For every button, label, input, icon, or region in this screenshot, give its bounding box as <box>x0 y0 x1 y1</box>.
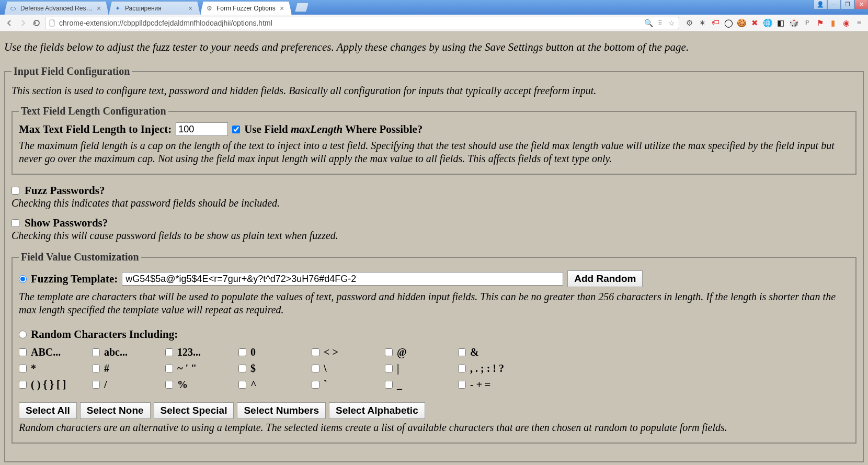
address-bar[interactable]: chrome-extension://cbpplldpcdcfejdaldmnf… <box>45 17 679 29</box>
char-label: - + = <box>470 379 490 391</box>
page-body: Use the fields below to adjust the fuzz … <box>0 31 868 465</box>
char-checkbox[interactable] <box>92 365 100 372</box>
ext-icon-1[interactable]: ✶ <box>698 18 707 28</box>
random-chars-radio[interactable] <box>19 331 27 338</box>
char-label: < > <box>324 346 338 358</box>
char-checkbox[interactable] <box>165 381 173 389</box>
legend-text-length: Text Field Length Configuration <box>19 105 168 117</box>
ext-icon-misc[interactable]: ◉ <box>841 18 851 28</box>
char-label: & <box>470 346 479 358</box>
tab-strip: ⬭ Defense Advanced Resear × ✦ Расширения… <box>0 0 868 15</box>
char-label: # <box>104 362 109 375</box>
minimize-button[interactable]: — <box>827 0 841 9</box>
ext-icon-red[interactable]: ⚑ <box>815 18 825 28</box>
char-checkbox[interactable] <box>458 365 466 372</box>
char-checkbox[interactable] <box>312 381 319 389</box>
select-alpha-button[interactable]: Select Alphabetic <box>329 402 425 419</box>
char-checkbox[interactable] <box>312 365 319 372</box>
fieldset-text-length: Text Field Length Configuration Max Text… <box>12 105 856 175</box>
gear-icon[interactable]: ⚙ <box>684 18 694 28</box>
char-cell: % <box>165 379 238 391</box>
char-checkbox[interactable] <box>385 348 393 356</box>
char-checkbox[interactable] <box>92 381 100 389</box>
fuzzing-template-input[interactable] <box>122 272 563 286</box>
reload-button[interactable] <box>31 18 42 28</box>
select-special-button[interactable]: Select Special <box>154 402 234 419</box>
add-random-button[interactable]: Add Random <box>567 270 643 287</box>
url-text: chrome-extension://cbpplldpcdcfejdaldmnf… <box>59 19 641 27</box>
close-icon[interactable]: × <box>188 5 195 12</box>
window-controls: 👤 — ❐ ✕ <box>814 0 868 9</box>
char-cell: @ <box>385 346 458 358</box>
bookmark-icon[interactable]: ☆ <box>667 19 676 27</box>
char-checkbox[interactable] <box>385 381 393 389</box>
char-cell: * <box>19 362 92 375</box>
char-checkbox[interactable] <box>458 348 466 356</box>
ext-icon-2[interactable]: 🏷 <box>711 18 720 28</box>
ext-icon-x[interactable]: ✖ <box>750 18 759 28</box>
forward-button[interactable] <box>18 18 28 28</box>
close-icon[interactable]: × <box>97 5 103 12</box>
char-checkbox[interactable] <box>19 365 27 372</box>
char-label: _ <box>397 379 402 391</box>
select-all-button[interactable]: Select All <box>19 402 77 419</box>
tab-title: Расширения <box>125 5 185 12</box>
favicon-darpa: ⬭ <box>9 4 17 13</box>
tab-form-fuzzer-options[interactable]: ⚙ Form Fuzzer Options × <box>200 1 292 15</box>
tab-extensions[interactable]: ✦ Расширения × <box>109 1 200 15</box>
ext-icon-orange[interactable]: ▮ <box>828 18 838 28</box>
ext-icon-dice[interactable]: 🎲 <box>789 18 798 28</box>
fuzzing-template-radio[interactable] <box>19 275 27 283</box>
char-label: | <box>397 362 399 375</box>
char-cell: ( ) { } [ ] <box>19 379 92 391</box>
ext-icon-cookie[interactable]: 🍪 <box>737 18 746 28</box>
close-icon[interactable]: × <box>280 5 286 12</box>
char-label: ^ <box>250 379 257 391</box>
browser-toolbar: chrome-extension://cbpplldpcdcfejdaldmnf… <box>0 15 868 31</box>
translate-icon[interactable]: ⠿ <box>656 19 664 27</box>
user-icon[interactable]: 👤 <box>814 0 827 9</box>
max-length-input[interactable] <box>176 122 228 136</box>
char-checkbox[interactable] <box>238 365 246 372</box>
maximize-button[interactable]: ❐ <box>841 0 854 9</box>
use-maxlength-label: Use Field maxLength Where Possible? <box>244 123 422 136</box>
char-cell: $ <box>238 362 312 375</box>
ext-icon-dark[interactable]: ◧ <box>776 18 785 28</box>
char-checkbox[interactable] <box>238 348 246 356</box>
char-checkbox[interactable] <box>165 365 173 372</box>
select-numbers-button[interactable]: Select Numbers <box>237 402 326 419</box>
new-tab-button[interactable] <box>295 3 309 12</box>
fieldset-input-config: Input Field Configuration This section i… <box>4 65 864 462</box>
select-button-row: Select All Select None Select Special Se… <box>19 402 849 419</box>
char-checkbox[interactable] <box>92 348 100 356</box>
char-checkbox[interactable] <box>238 381 246 389</box>
char-cell: ~ ' " <box>165 362 238 375</box>
tab-defense[interactable]: ⬭ Defense Advanced Resear × <box>4 1 109 15</box>
show-passwords-checkbox[interactable] <box>12 219 19 227</box>
select-none-button[interactable]: Select None <box>80 402 151 419</box>
char-checkbox[interactable] <box>385 365 393 372</box>
char-label: % <box>177 379 188 391</box>
close-window-button[interactable]: ✕ <box>854 0 868 9</box>
char-label: \ <box>324 362 327 375</box>
char-checkbox[interactable] <box>312 348 319 356</box>
zoom-icon[interactable]: 🔍 <box>644 19 653 27</box>
char-cell: - + = <box>458 379 531 391</box>
ext-icon-ip[interactable]: IP <box>802 18 812 28</box>
char-checkbox[interactable] <box>458 381 466 389</box>
max-length-label: Max Text Field Length to Inject: <box>19 123 172 136</box>
char-cell: < > <box>312 346 385 358</box>
char-checkbox[interactable] <box>19 381 27 389</box>
char-cell: # <box>92 362 165 375</box>
menu-icon[interactable]: ≡ <box>854 18 864 28</box>
ext-icon-circle[interactable]: ◯ <box>724 18 733 28</box>
use-maxlength-checkbox[interactable] <box>232 126 240 133</box>
fuzz-passwords-checkbox[interactable] <box>12 187 19 195</box>
char-cell: , . ; : ! ? <box>458 362 531 375</box>
char-label: * <box>31 362 36 375</box>
char-checkbox[interactable] <box>165 348 173 356</box>
char-checkbox[interactable] <box>19 348 27 356</box>
ext-icon-globe[interactable]: 🌐 <box>763 18 772 28</box>
fuzzing-template-label: Fuzzing Template: <box>31 273 118 286</box>
back-button[interactable] <box>4 18 15 28</box>
